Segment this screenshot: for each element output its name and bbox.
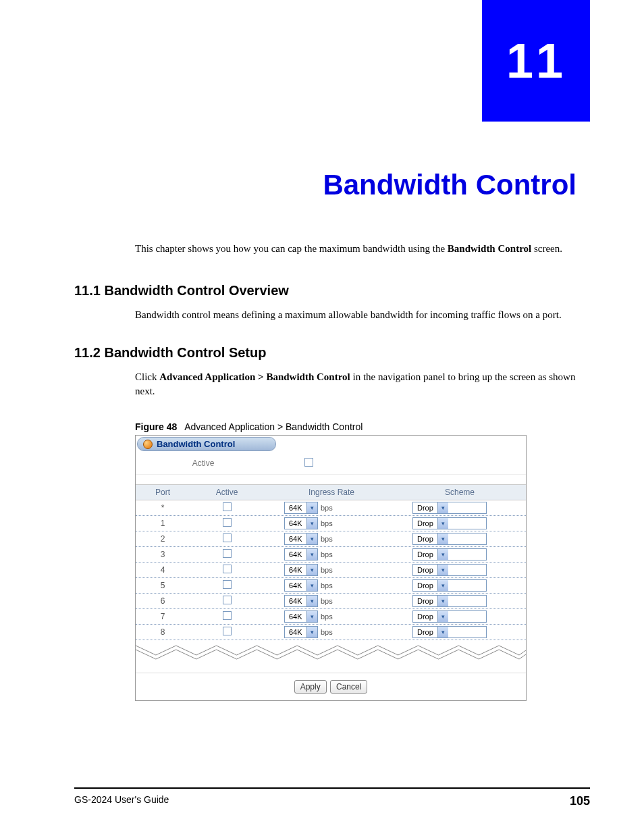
chevron-down-icon: ▾ xyxy=(437,596,448,606)
row-active-checkbox[interactable] xyxy=(223,502,232,511)
row-active-checkbox[interactable] xyxy=(223,580,232,589)
chapter-intro: This chapter shows you how you can cap t… xyxy=(135,242,590,256)
rate-dropdown[interactable]: 64K▾ xyxy=(284,595,318,607)
chevron-down-icon: ▾ xyxy=(437,580,448,591)
scheme-dropdown[interactable]: Drop▾ xyxy=(412,517,487,529)
cell-port: 1 xyxy=(136,519,190,528)
chapter-number: 11 xyxy=(506,33,566,88)
global-active-label: Active xyxy=(136,459,271,468)
global-active-row: Active xyxy=(136,452,526,475)
cell-port: 8 xyxy=(136,627,190,637)
table-row: 864K▾bpsDrop▾ xyxy=(136,625,526,640)
cell-scheme: Drop▾ xyxy=(399,502,520,514)
row-active-checkbox[interactable] xyxy=(223,611,232,620)
row-active-checkbox[interactable] xyxy=(223,565,232,573)
screen-header: Bandwidth Control xyxy=(136,436,526,452)
apply-button[interactable]: Apply xyxy=(294,680,327,694)
cell-active xyxy=(190,533,264,544)
figure-screenshot: Bandwidth Control Active Port Active Ing… xyxy=(135,435,527,701)
chevron-down-icon: ▾ xyxy=(437,549,448,560)
figure-number: Figure 48 xyxy=(135,421,177,432)
chevron-down-icon: ▾ xyxy=(306,611,317,622)
cell-active xyxy=(190,502,264,513)
table-row: *64K▾bpsDrop▾ xyxy=(136,500,526,516)
col-port: Port xyxy=(136,488,190,497)
chevron-down-icon: ▾ xyxy=(306,627,317,637)
scheme-dropdown[interactable]: Drop▾ xyxy=(412,595,487,607)
chevron-down-icon: ▾ xyxy=(306,565,317,575)
scheme-dropdown[interactable]: Drop▾ xyxy=(412,610,487,623)
chevron-down-icon: ▾ xyxy=(306,533,317,544)
cell-ingress: 64K▾bps xyxy=(264,502,399,514)
bullet-icon xyxy=(143,440,153,449)
cell-scheme: Drop▾ xyxy=(399,548,520,561)
unit-label: bps xyxy=(321,504,333,512)
cell-port: 4 xyxy=(136,565,190,575)
section-11-1-body: Bandwidth control means defining a maxim… xyxy=(135,308,590,322)
cell-ingress: 64K▾bps xyxy=(264,564,399,576)
scheme-dropdown[interactable]: Drop▾ xyxy=(412,548,487,561)
rate-dropdown[interactable]: 64K▾ xyxy=(284,502,318,514)
screen-header-text: Bandwidth Control xyxy=(157,439,235,449)
cell-scheme: Drop▾ xyxy=(399,564,520,576)
section-11-1-heading: 11.1 Bandwidth Control Overview xyxy=(74,283,590,298)
scheme-dropdown[interactable]: Drop▾ xyxy=(412,533,487,545)
chevron-down-icon: ▾ xyxy=(306,549,317,560)
body-bold: Advanced Application > Bandwidth Control xyxy=(159,371,350,382)
intro-bold: Bandwidth Control xyxy=(448,243,531,254)
cell-port: * xyxy=(136,503,190,513)
cell-ingress: 64K▾bps xyxy=(264,579,399,592)
scheme-dropdown[interactable]: Drop▾ xyxy=(412,626,487,638)
rate-dropdown[interactable]: 64K▾ xyxy=(284,579,318,592)
table-row: 464K▾bpsDrop▾ xyxy=(136,563,526,578)
row-active-checkbox[interactable] xyxy=(223,518,232,527)
cell-ingress: 64K▾bps xyxy=(264,548,399,561)
cell-scheme: Drop▾ xyxy=(399,533,520,545)
footer-left: GS-2024 User's Guide xyxy=(74,794,169,808)
cell-active xyxy=(190,580,264,591)
screen-header-pill: Bandwidth Control xyxy=(137,437,276,451)
cell-scheme: Drop▾ xyxy=(399,517,520,529)
row-active-checkbox[interactable] xyxy=(223,533,232,542)
cell-active xyxy=(190,549,264,560)
cell-active xyxy=(190,565,264,575)
scheme-dropdown[interactable]: Drop▾ xyxy=(412,502,487,514)
cell-ingress: 64K▾bps xyxy=(264,517,399,529)
rate-dropdown[interactable]: 64K▾ xyxy=(284,564,318,576)
row-active-checkbox[interactable] xyxy=(223,627,232,635)
unit-label: bps xyxy=(321,550,333,558)
chevron-down-icon: ▾ xyxy=(437,565,448,575)
cell-ingress: 64K▾bps xyxy=(264,626,399,638)
unit-label: bps xyxy=(321,613,333,621)
cancel-button[interactable]: Cancel xyxy=(330,680,367,694)
row-active-checkbox[interactable] xyxy=(223,549,232,558)
chevron-down-icon: ▾ xyxy=(437,518,448,529)
col-ingress: Ingress Rate xyxy=(264,488,399,497)
global-active-checkbox[interactable] xyxy=(304,458,313,467)
rate-dropdown[interactable]: 64K▾ xyxy=(284,517,318,529)
unit-label: bps xyxy=(321,628,333,636)
rate-dropdown[interactable]: 64K▾ xyxy=(284,626,318,638)
row-active-checkbox[interactable] xyxy=(223,596,232,604)
table-row: 764K▾bpsDrop▾ xyxy=(136,609,526,625)
chevron-down-icon: ▾ xyxy=(437,611,448,622)
scheme-dropdown[interactable]: Drop▾ xyxy=(412,579,487,592)
section-11-2-body: Click Advanced Application > Bandwidth C… xyxy=(135,370,590,398)
cell-scheme: Drop▾ xyxy=(399,610,520,623)
cell-ingress: 64K▾bps xyxy=(264,533,399,545)
col-scheme: Scheme xyxy=(399,488,520,497)
cell-active xyxy=(190,627,264,637)
intro-pre: This chapter shows you how you can cap t… xyxy=(135,243,448,254)
cell-active xyxy=(190,518,264,529)
unit-label: bps xyxy=(321,597,333,605)
section-11-2-heading: 11.2 Bandwidth Control Setup xyxy=(74,345,590,361)
scheme-dropdown[interactable]: Drop▾ xyxy=(412,564,487,576)
rate-dropdown[interactable]: 64K▾ xyxy=(284,610,318,623)
table-row: 264K▾bpsDrop▾ xyxy=(136,531,526,547)
button-row: Apply Cancel xyxy=(136,673,526,700)
chapter-title: Bandwidth Control xyxy=(74,169,590,201)
chevron-down-icon: ▾ xyxy=(437,502,448,513)
cell-port: 6 xyxy=(136,596,190,606)
rate-dropdown[interactable]: 64K▾ xyxy=(284,548,318,561)
rate-dropdown[interactable]: 64K▾ xyxy=(284,533,318,545)
